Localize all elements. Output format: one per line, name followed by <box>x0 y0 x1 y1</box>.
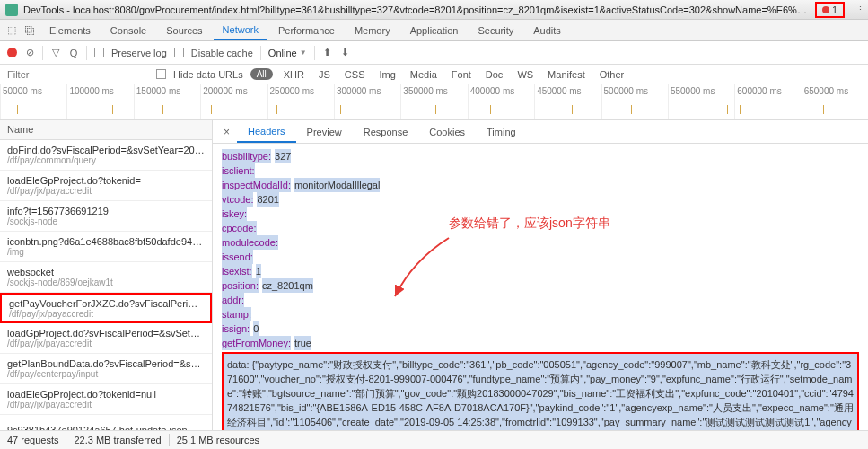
request-row[interactable]: loadGpProject.do?svFiscalPeriod=&svSetYe… <box>0 323 212 354</box>
subtab-response[interactable]: Response <box>353 122 419 142</box>
error-icon <box>822 6 829 13</box>
panel-tabs: ⬚ ⿻ Elements Console Sources Network Per… <box>0 20 868 41</box>
payload-row: busbilltype:327 <box>222 149 859 163</box>
detail-tabs: × Headers Preview Response Cookies Timin… <box>213 120 868 144</box>
filter-img[interactable]: Img <box>375 69 399 80</box>
request-name: getPlanBoundData.do?svFiscalPeriod=&svSe… <box>7 358 205 369</box>
payload-value: 1 <box>256 264 261 278</box>
payload-key: busbilltype: <box>222 149 271 163</box>
request-path: /df/pay/jx/payaccredit <box>9 309 203 319</box>
error-indicator[interactable]: 1 <box>815 2 845 18</box>
subtab-headers[interactable]: Headers <box>237 121 296 143</box>
filter-js[interactable]: JS <box>315 69 334 80</box>
tab-memory[interactable]: Memory <box>346 22 399 40</box>
close-icon[interactable]: × <box>216 126 237 138</box>
payload-value: 8201 <box>257 192 278 207</box>
hide-data-urls-checkbox[interactable] <box>156 69 166 79</box>
request-row[interactable]: websocket/sockjs-node/869/oejkaw1t <box>0 262 212 293</box>
search-icon[interactable]: Q <box>68 48 79 58</box>
tab-elements[interactable]: Elements <box>40 22 100 40</box>
filter-css[interactable]: CSS <box>341 69 369 80</box>
payload-key: addr: <box>222 293 244 307</box>
filter-icon[interactable]: ▽ <box>50 48 61 58</box>
filter-font[interactable]: Font <box>448 69 475 80</box>
record-button[interactable] <box>7 48 17 57</box>
request-row[interactable]: loadEleGpProject.do?tokenid=/df/pay/jx/p… <box>0 171 212 201</box>
timeline[interactable]: 50000 ms100000 ms150000 ms200000 ms25000… <box>0 84 868 120</box>
request-list-panel: Name doFind.do?svFiscalPeriod=&svSetYear… <box>0 120 213 448</box>
payload-row: issign:0 <box>222 321 859 336</box>
tab-application[interactable]: Application <box>401 22 468 40</box>
inspect-icon[interactable]: ⬚ <box>4 24 20 36</box>
hide-data-urls-label: Hide data URLs <box>173 69 243 80</box>
chevron-down-icon: ▼ <box>300 48 307 57</box>
payload-row: getFromMoney:true <box>222 336 859 350</box>
preserve-checkbox[interactable] <box>94 48 104 57</box>
network-toolbar: ⊘ ▽ Q Preserve log Disable cache Online▼… <box>0 41 868 65</box>
payload-row: position:cz_8201qm <box>222 278 859 293</box>
request-row[interactable]: getPlanBoundData.do?svFiscalPeriod=&svSe… <box>0 354 212 384</box>
divider <box>169 434 170 446</box>
tab-sources[interactable]: Sources <box>157 22 211 40</box>
request-name: doFind.do?svFiscalPeriod=&svSetYear=2019… <box>7 145 205 155</box>
request-row[interactable]: doFind.do?svFiscalPeriod=&svSetYear=2019… <box>0 140 212 171</box>
request-path: /img <box>7 247 205 257</box>
divider <box>260 46 261 60</box>
tab-console[interactable]: Console <box>101 22 155 40</box>
tab-security[interactable]: Security <box>469 22 522 40</box>
filter-media[interactable]: Media <box>407 69 441 80</box>
payload-row: iskey: <box>222 207 859 221</box>
throttling-dropdown[interactable]: Online▼ <box>268 48 307 58</box>
payload-key: position: <box>222 278 259 293</box>
request-row[interactable]: getPayVoucherForJXZC.do?svFiscalPeriod=&… <box>0 293 212 323</box>
request-path: /sockjs-node <box>7 216 205 226</box>
payload-key: isexist: <box>222 264 252 278</box>
filter-input[interactable] <box>7 69 115 80</box>
payload-value: monitorModalIllegal <box>294 178 380 192</box>
timeline-tick: 500000 ms <box>601 84 668 119</box>
timeline-tick: 300000 ms <box>334 84 400 119</box>
payload-row: modulecode: <box>222 235 859 250</box>
request-path: /df/pay/jx/payaccredit <box>7 186 205 196</box>
request-path: /sockjs-node/869/oejkaw1t <box>7 277 205 287</box>
tab-audits[interactable]: Audits <box>524 22 570 40</box>
disable-cache-checkbox[interactable] <box>174 48 184 57</box>
request-row[interactable]: info?t=1567736691219/sockjs-node <box>0 201 212 232</box>
device-icon[interactable]: ⿻ <box>22 25 39 36</box>
clear-button[interactable]: ⊘ <box>24 48 35 58</box>
download-icon[interactable]: ⬇ <box>340 48 351 58</box>
filter-other[interactable]: Other <box>596 69 628 80</box>
payload-value: true <box>294 336 311 350</box>
request-list: doFind.do?svFiscalPeriod=&svSetYear=2019… <box>0 140 212 448</box>
payload-key: issign: <box>222 321 250 336</box>
upload-icon[interactable]: ⬆ <box>322 48 333 58</box>
devtools-icon <box>5 4 18 16</box>
filter-ws[interactable]: WS <box>513 69 537 80</box>
menu-icon[interactable]: ⋮ <box>855 4 863 15</box>
request-row[interactable]: iconbtn.png?d6a1e4688bac8fbf50dafde9427b… <box>0 232 212 262</box>
filter-xhr[interactable]: XHR <box>280 69 308 80</box>
payload-value: 0 <box>253 321 259 336</box>
request-path: /df/pay/jx/payaccredit <box>7 339 205 348</box>
timeline-tick: 650000 ms <box>802 84 868 119</box>
request-name: websocket <box>7 267 205 277</box>
filter-all[interactable]: All <box>250 68 273 80</box>
filter-doc[interactable]: Doc <box>482 69 507 80</box>
subtab-cookies[interactable]: Cookies <box>418 122 476 142</box>
tab-network[interactable]: Network <box>214 21 267 40</box>
subtab-timing[interactable]: Timing <box>476 122 527 142</box>
request-name: loadEleGpProject.do?tokenid=null <box>7 389 205 400</box>
payload-view: busbilltype:327isclient:inspectModalId:m… <box>213 144 868 448</box>
payload-key: modulecode: <box>222 235 278 250</box>
divider <box>86 46 87 60</box>
name-header[interactable]: Name <box>0 120 212 140</box>
payload-row: cpcode: <box>222 221 859 235</box>
payload-row: isexist:1 <box>222 264 859 278</box>
request-row[interactable]: loadEleGpProject.do?tokenid=null/df/pay/… <box>0 384 212 415</box>
filter-manifest[interactable]: Manifest <box>544 69 589 80</box>
window-titlebar: DevTools - localhost:8080/govProcurement… <box>0 0 868 20</box>
timeline-tick: 100000 ms <box>66 84 133 119</box>
disable-cache-label: Disable cache <box>191 48 253 58</box>
tab-performance[interactable]: Performance <box>269 22 344 40</box>
subtab-preview[interactable]: Preview <box>296 122 353 142</box>
